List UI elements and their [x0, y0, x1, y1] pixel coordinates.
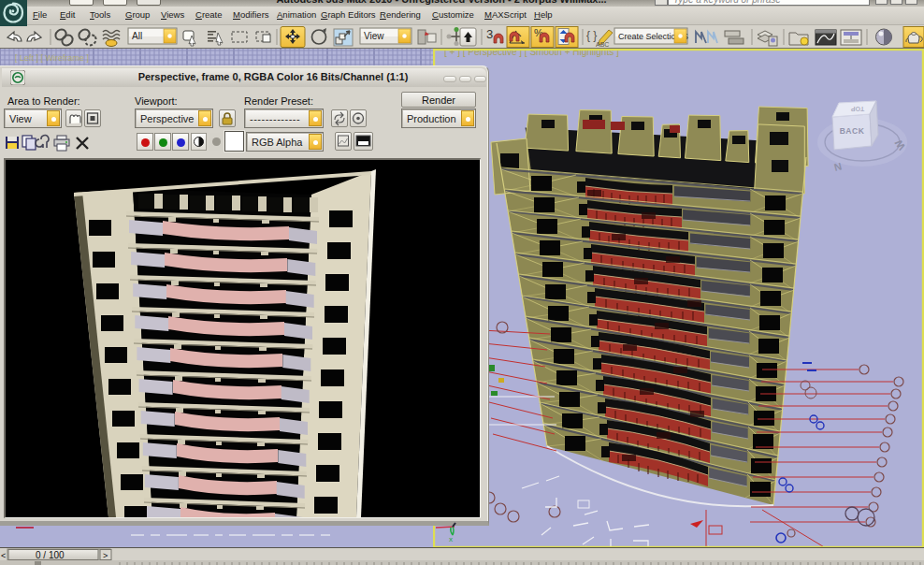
svg-text:<: < — [1, 551, 6, 560]
svg-text:ABC: ABC — [596, 41, 609, 48]
svg-text:0 / 100: 0 / 100 — [36, 550, 65, 560]
svg-text:3: 3 — [486, 27, 493, 41]
svg-text:[ Left ] [ Wireframe ]: [ Left ] [ Wireframe ] — [15, 53, 89, 63]
svg-text:View: View — [364, 31, 384, 41]
svg-text:{ }: { } — [586, 29, 597, 42]
svg-text:TOP: TOP — [851, 106, 865, 112]
svg-text:>: > — [103, 551, 108, 560]
svg-text:x: x — [449, 535, 453, 543]
svg-text:BACK: BACK — [840, 126, 865, 136]
svg-text:All: All — [132, 31, 142, 41]
